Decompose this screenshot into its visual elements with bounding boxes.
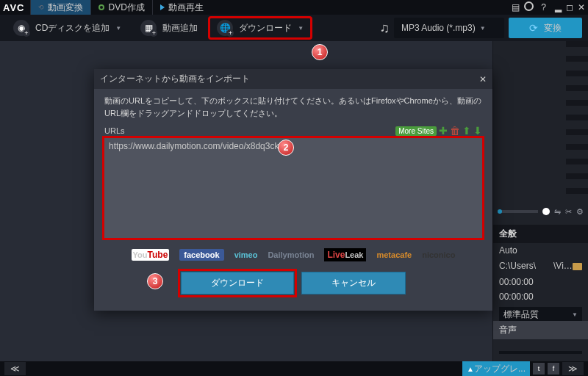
side-panel: ⇋ ✂ ⚙ 全般 Auto C:\Users\ \Videos\A... 00:…: [492, 41, 588, 361]
maximize-icon[interactable]: ◻: [566, 2, 573, 12]
nav-next-button[interactable]: ≫: [562, 362, 584, 375]
delete-url-icon[interactable]: 🗑: [450, 125, 460, 137]
film-plus-icon: ▦: [140, 20, 157, 36]
chevron-down-icon: ▼: [572, 311, 578, 318]
general-header: 全般: [493, 225, 588, 243]
convert-icon: ⟳: [529, 22, 538, 34]
time-end-row: 00:00:00: [493, 289, 588, 304]
footer-right: ▲アップグレ... t f ≫: [462, 361, 584, 377]
facebook-logo: facebook: [179, 249, 223, 261]
move-up-icon[interactable]: ⬆: [462, 125, 471, 137]
vimeo-logo: vimeo: [234, 250, 258, 259]
cut-icon[interactable]: ✂: [565, 207, 572, 217]
link-icon[interactable]: ⇋: [554, 207, 561, 217]
tab-video-convert[interactable]: ⟲ 動画変換: [30, 0, 90, 15]
download-button[interactable]: 🌐 ダウンロード ▼: [209, 18, 311, 38]
path-text: C:\Users\ \Videos\A...: [499, 260, 573, 272]
menu-icon[interactable]: ▤: [512, 2, 520, 12]
tab-label: DVD作成: [108, 1, 144, 14]
quality-select[interactable]: 標準品質 ▼: [499, 307, 582, 322]
callout-2: 2: [278, 140, 294, 156]
timeline-controls: ⇋ ✂ ⚙: [493, 204, 588, 219]
callout-3: 3: [147, 273, 163, 289]
dialog-title: インターネットから動画をインポート: [100, 73, 250, 85]
tab-label: 動画変換: [48, 1, 83, 14]
add-cd-disc-button[interactable]: ◉ CDディスクを追加 ▼: [6, 18, 129, 38]
refresh-icon: ⟲: [38, 4, 44, 11]
app-logo: AVC: [3, 2, 24, 13]
timeline-knob[interactable]: [542, 208, 550, 215]
upgrade-button[interactable]: ▲アップグレ...: [462, 361, 530, 377]
music-note-icon[interactable]: ♫: [380, 21, 390, 36]
tab-dvd-create[interactable]: DVD作成: [90, 0, 151, 15]
dialog-titlebar: インターネットから動画をインポート ✕: [94, 69, 492, 89]
tab-label: 動画再生: [168, 1, 204, 14]
time-start-row: 00:00:00: [493, 275, 588, 289]
main-toolbar: ◉ CDディスクを追加 ▼ ▦ 動画追加 🌐 ダウンロード ▼ ♫ MP3 Au…: [0, 15, 588, 41]
move-down-icon[interactable]: ⬇: [473, 125, 482, 137]
more-sites-button[interactable]: More Sites: [395, 126, 437, 136]
audio-header: 音声: [493, 321, 588, 339]
title-bar: AVC ⟲ 動画変換 DVD作成 動画再生 ▤ ? ▂ ◻ ✕: [0, 0, 588, 15]
supported-sites: YouTube facebook vimeo Dailymotion LiveL…: [104, 248, 482, 261]
chevron-down-icon: ▼: [115, 25, 121, 32]
button-label: 変換: [544, 22, 562, 35]
url-actions: More Sites ✚ 🗑 ⬆ ⬇: [395, 125, 482, 137]
niconico-logo: niconico: [422, 250, 455, 259]
auto-row: Auto: [493, 243, 588, 258]
audio-slider[interactable]: [499, 351, 582, 354]
timeline-track[interactable]: [498, 210, 538, 213]
url-textarea[interactable]: https://www.dailymotion.com/video/x8dq3c…: [104, 138, 482, 238]
footer-bar: ≪ ▲アップグレ... t f ≫: [0, 361, 588, 376]
youtube-logo: YouTube: [132, 249, 170, 261]
disc-icon: [98, 4, 104, 10]
minimize-icon[interactable]: ▂: [555, 2, 562, 12]
add-video-button[interactable]: ▦ 動画追加: [133, 18, 205, 38]
dailymotion-logo: Dailymotion: [268, 250, 314, 259]
dialog-cancel-button[interactable]: キャンセル: [301, 272, 406, 294]
tab-video-play[interactable]: 動画再生: [152, 0, 211, 15]
add-url-icon[interactable]: ✚: [439, 125, 448, 137]
properties-panel: 全般 Auto C:\Users\ \Videos\A... 00:00:00 …: [493, 225, 588, 325]
settings-icon[interactable]: [524, 1, 534, 13]
settings-small-icon[interactable]: ⚙: [576, 207, 584, 217]
format-label: MP3 Audio (*.mp3): [401, 23, 476, 33]
button-label: CDディスクを追加: [35, 22, 110, 35]
callout-1: 1: [312, 44, 328, 60]
play-icon: [160, 4, 165, 10]
help-icon[interactable]: ?: [541, 2, 546, 12]
convert-button[interactable]: ⟳ 変換: [509, 18, 582, 38]
button-label: ダウンロード: [239, 22, 292, 35]
dialog-close-icon[interactable]: ✕: [479, 74, 487, 84]
folder-icon[interactable]: [573, 263, 582, 270]
liveleak-logo: LiveLeak: [324, 248, 366, 261]
facebook-icon[interactable]: f: [548, 363, 559, 375]
window-controls: ▤ ? ▂ ◻ ✕: [512, 1, 585, 13]
quality-label: 標準品質: [503, 308, 539, 321]
nav-prev-button[interactable]: ≪: [4, 362, 26, 375]
dialog-instruction: 動画のURLをコピーして、下のボックスに貼り付けてください。あるいはFirefo…: [104, 95, 482, 119]
disc-plus-icon: ◉: [13, 20, 29, 36]
button-label: 動画追加: [162, 22, 198, 35]
urls-label: URLs: [104, 126, 125, 135]
film-strip-decoration: [566, 41, 588, 203]
url-line: https://www.dailymotion.com/video/x8dq3c…: [109, 141, 279, 151]
twitter-icon[interactable]: t: [533, 363, 545, 375]
chevron-down-icon: ▼: [298, 25, 304, 32]
metacafe-logo: metacafe: [376, 250, 412, 259]
output-path-row[interactable]: C:\Users\ \Videos\A...: [493, 258, 588, 275]
dialog-download-button[interactable]: ダウンロード: [181, 272, 294, 294]
output-format-select[interactable]: MP3 Audio (*.mp3) ▼: [394, 18, 504, 38]
close-icon[interactable]: ✕: [578, 2, 585, 12]
chevron-down-icon: ▼: [480, 25, 486, 32]
globe-plus-icon: 🌐: [217, 20, 233, 36]
